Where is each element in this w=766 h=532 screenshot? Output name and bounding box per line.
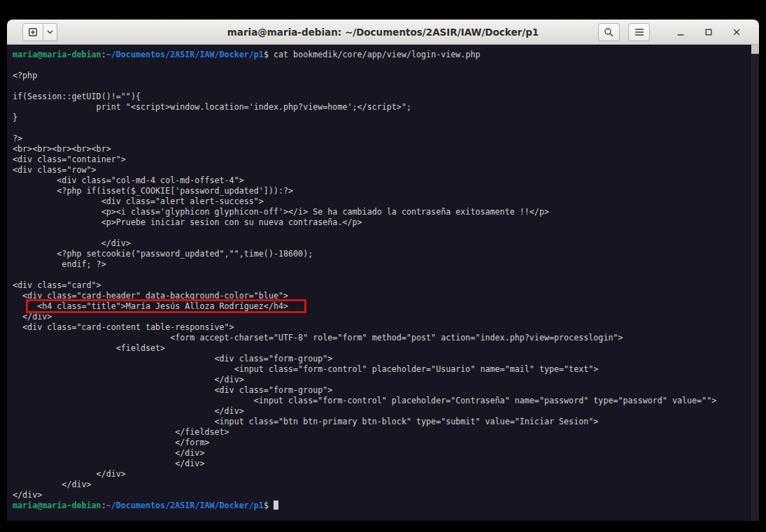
hamburger-menu-icon bbox=[634, 28, 644, 36]
minimize-icon bbox=[676, 27, 686, 37]
scrollbar-thumb[interactable] bbox=[751, 45, 759, 54]
terminal-line: <div class="form-group"> bbox=[13, 385, 750, 396]
terminal-line: <h4 class="title">María Jesús Alloza Rod… bbox=[13, 301, 750, 312]
terminal-line: <?php if(isset($_COOKIE['password_update… bbox=[13, 186, 750, 196]
terminal-line bbox=[13, 270, 750, 280]
search-button[interactable] bbox=[598, 23, 620, 41]
chevron-down-icon bbox=[47, 30, 53, 34]
terminal-line bbox=[13, 81, 750, 92]
terminal-line: <form accept-charset="UTF-8" role="form"… bbox=[13, 333, 750, 343]
menu-button[interactable] bbox=[628, 23, 650, 41]
terminal-line: <div class="alert alert-success"> bbox=[13, 196, 750, 207]
terminal-line: <div class="form-group"> bbox=[13, 354, 750, 364]
screen: maria@maria-debian: ~/Documentos/2ASIR/I… bbox=[0, 0, 766, 532]
terminal-line: maria@maria-debian:~/Documentos/2ASIR/IA… bbox=[13, 501, 750, 511]
new-tab-split-button bbox=[22, 23, 57, 41]
terminal-line: <?php setcookie("password_updated","",ti… bbox=[13, 249, 750, 259]
terminal-line: </div> bbox=[13, 459, 750, 469]
terminal-window: maria@maria-debian: ~/Documentos/2ASIR/I… bbox=[7, 20, 759, 521]
minimize-button[interactable] bbox=[674, 23, 688, 41]
headerbar: maria@maria-debian: ~/Documentos/2ASIR/I… bbox=[7, 20, 759, 45]
terminal-line bbox=[13, 60, 750, 71]
maximize-button[interactable] bbox=[702, 23, 716, 41]
terminal-line: </form> bbox=[13, 438, 750, 448]
terminal-line: </div> bbox=[13, 375, 750, 385]
terminal-line: endif; ?> bbox=[13, 259, 750, 270]
terminal-output: maria@maria-debian:~/Documentos/2ASIR/IA… bbox=[7, 45, 750, 521]
terminal-line: } bbox=[13, 113, 750, 123]
scrollbar[interactable] bbox=[750, 45, 759, 521]
terminal-line: </fieldset> bbox=[13, 427, 750, 438]
terminal-line: ?> bbox=[13, 134, 750, 144]
terminal-line: maria@maria-debian:~/Documentos/2ASIR/IA… bbox=[13, 50, 750, 60]
terminal-line: <p><i class='glyphicon glyphicon-off'></… bbox=[13, 207, 750, 217]
close-icon bbox=[732, 27, 742, 37]
terminal-line: if(Session::getUID()!=""){ bbox=[13, 92, 750, 102]
terminal-line: <div class="card-header" data-background… bbox=[13, 291, 750, 301]
terminal-line: <input class="btn btn-primary btn-block"… bbox=[13, 417, 750, 427]
terminal-line: </div> bbox=[13, 490, 750, 501]
terminal[interactable]: maria@maria-debian:~/Documentos/2ASIR/IA… bbox=[7, 45, 759, 521]
new-tab-button[interactable] bbox=[22, 23, 43, 41]
tab-list-dropdown-button[interactable] bbox=[43, 23, 57, 41]
terminal-line: <input class="form-control" placeholder=… bbox=[13, 396, 750, 406]
terminal-line: </div> bbox=[13, 238, 750, 249]
terminal-line: <input class="form-control" placeholder=… bbox=[13, 364, 750, 375]
terminal-line: <div class="container"> bbox=[13, 154, 750, 165]
terminal-line: <div class="card"> bbox=[13, 280, 750, 291]
terminal-line bbox=[13, 228, 750, 238]
terminal-line: <fieldset> bbox=[13, 343, 750, 354]
terminal-line: <p>Pruebe iniciar sesion con su nueva co… bbox=[13, 217, 750, 228]
terminal-line: <div class="col-md-4 col-md-offset-4"> bbox=[13, 175, 750, 186]
new-tab-icon bbox=[28, 27, 38, 37]
terminal-line: </div> bbox=[13, 448, 750, 459]
terminal-line: <?php bbox=[13, 71, 750, 81]
terminal-line: </div> bbox=[13, 312, 750, 322]
terminal-cursor bbox=[274, 501, 278, 510]
terminal-line: </div> bbox=[13, 406, 750, 417]
terminal-line: <div class="row"> bbox=[13, 165, 750, 175]
terminal-line: <div class="card-content table-responsiv… bbox=[13, 322, 750, 333]
terminal-line bbox=[13, 123, 750, 134]
close-button[interactable] bbox=[730, 23, 744, 41]
terminal-line: <br><br><br><br><br> bbox=[13, 144, 750, 154]
search-icon bbox=[604, 27, 614, 38]
terminal-line: </div> bbox=[13, 469, 750, 480]
terminal-line: print "<script>window.location='index.ph… bbox=[13, 102, 750, 113]
terminal-line: </div> bbox=[13, 480, 750, 490]
maximize-icon bbox=[704, 27, 714, 37]
